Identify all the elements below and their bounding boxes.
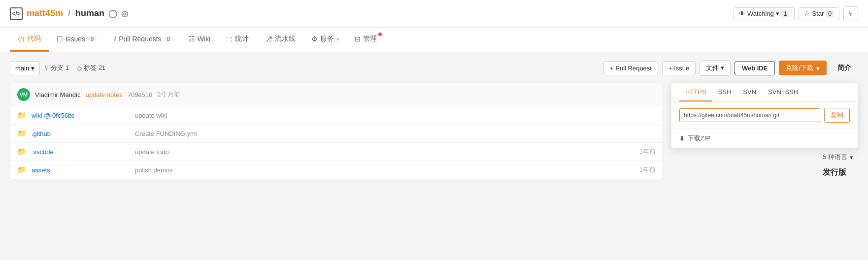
fork-button[interactable]: ⑂ (843, 6, 858, 21)
tab-wiki-label: Wiki (198, 35, 210, 43)
sidebar-right: 5 种语言 ▾ 发行版 (823, 153, 853, 178)
folder-icon: 📁 (17, 165, 27, 174)
file-row: 📁 wiki @ 0fc56bc update wiki (10, 106, 663, 125)
clone-tab-https-label: HTTPS (685, 88, 706, 96)
repo-icon: </> (10, 7, 23, 20)
tab-code[interactable]: ⟨/⟩ 代码 (10, 28, 49, 52)
clone-tab-svnssh-label: SVN+SSH (768, 88, 798, 96)
tag-count-label: 标签 21 (84, 64, 105, 72)
tab-stats-label: 统计 (235, 34, 249, 43)
file-row: 📁 assets polish demos 1年前 (10, 161, 663, 179)
file-desc-github: Create FUNDING.yml (135, 130, 621, 137)
manage-icon: ⊟ (355, 35, 361, 43)
download-label: 下载ZIP (688, 134, 710, 143)
clone-label: 克隆/下载 (786, 64, 813, 72)
tab-pipeline-label: 流水线 (275, 34, 296, 43)
watching-label: Watching (747, 10, 774, 17)
tab-stats[interactable]: ⬚ 统计 (218, 28, 257, 52)
file-arrow-icon: ▾ (721, 64, 724, 71)
release-title: 发行版 (823, 167, 853, 178)
file-button[interactable]: 文件 ▾ (700, 60, 731, 76)
file-name-assets[interactable]: assets (32, 166, 130, 174)
clone-tabs: HTTPS SSH SVN SVN+SSH (671, 83, 858, 102)
webide-button[interactable]: Web IDE (734, 61, 775, 75)
file-area: VM Vladimir Mandic update notes 709e510 … (10, 83, 663, 179)
top-actions: 👁 Watching ▾ 1 ☆ Star 0 ⑂ (734, 6, 858, 21)
repo-title: </> matt45m / human ◯ ◎ (10, 7, 128, 20)
file-name-vscode[interactable]: .vscode (32, 148, 130, 156)
clone-dropdown-panel: HTTPS SSH SVN SVN+SSH 复制 ⬇ 下载ZIP (671, 83, 858, 148)
watching-button[interactable]: 👁 Watching ▾ 1 (734, 7, 795, 20)
fork-symbol-icon: ⑂ (848, 9, 853, 18)
tab-pullrequests[interactable]: ⑂ Pull Requests 0 (104, 28, 181, 51)
branch-arrow-icon: ▾ (31, 65, 34, 72)
tab-pipeline[interactable]: ⎇ 流水线 (257, 28, 303, 52)
clone-tab-ssh[interactable]: SSH (712, 83, 737, 101)
folder-icon: 📁 (17, 129, 27, 138)
separator: / (68, 8, 70, 19)
clone-url-input[interactable] (679, 108, 820, 122)
watching-arrow: ▾ (776, 10, 779, 17)
pull-request-button[interactable]: + Pull Request (603, 61, 658, 75)
clone-download-button[interactable]: 克隆/下载 ▾ (779, 61, 827, 75)
file-time-assets: 1年前 (626, 165, 656, 174)
file-row: 📁 .vscode update todo 1年前 (10, 143, 663, 161)
tab-manage-label: 管理 (363, 34, 377, 43)
folder-icon: 📁 (17, 147, 27, 156)
star-button[interactable]: ☆ Star 0 (799, 7, 839, 20)
file-desc-vscode: update todo (135, 148, 621, 156)
tab-pullrequests-label: Pull Requests (119, 35, 161, 43)
commit-time: 2个月前 (157, 90, 180, 99)
clone-tab-svn[interactable]: SVN (737, 83, 762, 101)
pullreq-icon: ⑂ (112, 35, 116, 43)
branch-count[interactable]: ⑂ 分支 1 (45, 64, 69, 72)
file-desc-wiki: update wiki (135, 112, 621, 119)
tab-service[interactable]: ⚙ 服务 ▾ (303, 28, 347, 52)
toolbar: main ▾ ⑂ 分支 1 ◇ 标签 21 + Pull Request + I… (10, 60, 858, 76)
file-time-vscode: 1年前 (626, 147, 656, 156)
watching-count: 1 (781, 10, 790, 18)
clone-url-row: 复制 (671, 102, 858, 129)
file-name-github[interactable]: .github (32, 130, 130, 137)
issues-icon: ☐ (57, 35, 63, 43)
service-icon: ⚙ (311, 35, 318, 43)
lang-label: 5 种语言 (823, 153, 847, 162)
lang-arrow-icon: ▾ (850, 154, 853, 161)
tag-count[interactable]: ◇ 标签 21 (77, 64, 105, 72)
file-label: 文件 (706, 64, 719, 71)
commit-message[interactable]: update notes (85, 91, 122, 98)
commit-author[interactable]: Vladimir Mandic (35, 91, 80, 98)
repo-owner[interactable]: matt45m (27, 8, 63, 19)
clone-tab-https[interactable]: HTTPS (679, 83, 712, 101)
code-icon: ⟨/⟩ (18, 35, 25, 43)
repo-name[interactable]: human (75, 8, 104, 19)
tab-issues[interactable]: ☐ Issues 0 (49, 28, 105, 51)
clone-tab-ssh-label: SSH (718, 88, 732, 96)
commit-bar: VM Vladimir Mandic update notes 709e510 … (10, 83, 663, 106)
avatar: VM (17, 88, 30, 101)
commit-hash[interactable]: 709e510 (128, 91, 153, 98)
download-icon: ⬇ (679, 135, 685, 142)
watch-icon: ◯ (108, 9, 117, 18)
tab-code-label: 代码 (27, 34, 41, 43)
main-content: main ▾ ⑂ 分支 1 ◇ 标签 21 + Pull Request + I… (0, 52, 868, 249)
intro-button[interactable]: 简介 (831, 61, 858, 75)
tab-wiki[interactable]: ☷ Wiki (181, 28, 218, 51)
issue-button[interactable]: + Issue (662, 61, 696, 75)
clone-tab-svnssh[interactable]: SVN+SSH (762, 83, 804, 101)
branch-fork-icon: ⑂ (45, 65, 49, 72)
fork-icon: ◎ (121, 9, 128, 18)
tab-manage[interactable]: ⊟ 管理 (347, 28, 385, 52)
file-row: 📁 .github Create FUNDING.yml (10, 125, 663, 143)
manage-dot (378, 32, 382, 36)
lang-selector[interactable]: 5 种语言 ▾ (823, 153, 853, 162)
download-zip-row[interactable]: ⬇ 下载ZIP (671, 129, 858, 148)
copy-button[interactable]: 复制 (824, 108, 850, 123)
top-bar: </> matt45m / human ◯ ◎ 👁 Watching ▾ 1 ☆… (0, 0, 868, 28)
file-name-wiki[interactable]: wiki @ 0fc56bc (32, 112, 130, 119)
tag-icon: ◇ (77, 65, 82, 72)
star-icon: ☆ (804, 10, 810, 17)
branch-selector[interactable]: main ▾ (10, 61, 40, 75)
tab-service-label: 服务 (320, 34, 334, 43)
tab-issues-label: Issues (66, 35, 85, 43)
